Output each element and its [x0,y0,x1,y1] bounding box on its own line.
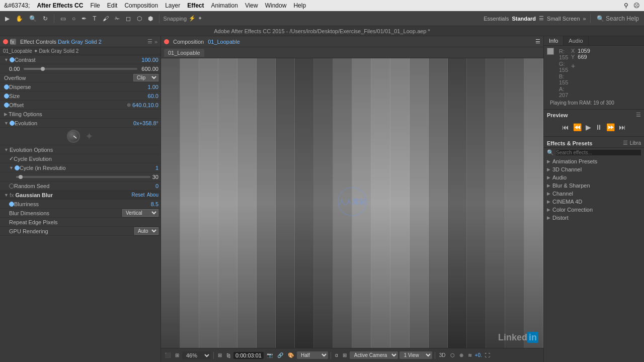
slider-contrast[interactable] [24,68,137,70]
overlay-btn[interactable]: ⊕ [458,351,465,359]
apple-menu[interactable]: &#63743; [4,2,30,9]
param-gpu-rendering[interactable]: GPU Rendering AutoCPUGPU [0,227,160,236]
menu-view[interactable]: View [245,2,258,9]
value-cycle-rev[interactable]: 1 [155,165,158,171]
expand-arrow-gaussian[interactable]: ▼ [4,193,9,198]
comp-snap-btn[interactable]: ⧎ [225,351,232,359]
menu-composition[interactable]: Composition [124,2,158,9]
tab-info[interactable]: Info [544,36,564,45]
workspace-expand-icon[interactable]: » [583,16,586,22]
ep-category-animation-presets[interactable]: ▶ Animation Presets [544,157,644,165]
stopwatch-offset[interactable] [4,103,9,108]
preview-stop-btn[interactable]: ⏸ [594,122,603,132]
ep-category-blur-sharpen[interactable]: ▶ Blur & Sharpen [544,182,644,190]
ep-category-channel[interactable]: ▶ Channel [544,190,644,198]
render-btn[interactable]: ⬡ [449,351,456,359]
preview-menu-icon[interactable]: ☰ [636,112,641,118]
workspace-essentials[interactable]: Essentials [484,16,509,22]
brush-tool[interactable]: 🖌 [101,14,111,23]
eraser-tool[interactable]: ◻ [124,14,133,23]
param-cycle-slider[interactable]: 30 [0,172,160,182]
zoom-tool[interactable]: 🔍 [27,14,39,23]
preview-step-fwd-btn[interactable]: ⏩ [605,122,616,132]
menu-edit[interactable]: Edit [107,2,118,9]
select-gpu-rendering[interactable]: AutoCPUGPU [134,227,158,235]
clone-tool[interactable]: ✁ [113,14,122,23]
select-blur-dimensions[interactable]: VerticalHorizontalAll [122,209,158,217]
link-btn[interactable]: 🔗 [276,351,285,359]
panel-menu-icon[interactable]: ☰ [147,38,152,45]
comp-close-btn[interactable] [164,39,169,44]
expand-arrow[interactable]: ▼ [4,57,9,62]
menu-window[interactable]: Window [265,2,287,9]
value-random-seed[interactable]: 0 [155,183,158,189]
checkbox-cycle-evo[interactable]: ✓ [9,155,14,162]
menu-help[interactable]: Help [293,2,306,9]
3d-btn[interactable]: 3D [438,351,447,359]
param-gaussian-blur-header[interactable]: ▼ fx Gaussian Blur Reset Abou [0,191,160,200]
preview-play-btn[interactable]: ▶ [585,122,592,132]
param-disperse[interactable]: Disperse 1.00 [0,82,160,92]
close-button[interactable] [3,39,8,44]
timecode-display[interactable]: 0:00:03:01 [233,352,264,359]
param-size[interactable]: Size 60.0 [0,92,160,101]
reset-gaussian[interactable]: Reset [132,192,145,198]
param-evolution[interactable]: ▼ Evolution 0x+358.8° [0,119,160,128]
slider-cycle[interactable] [16,176,150,178]
shape-rect-tool[interactable]: ▭ [58,14,68,23]
param-contrast-slider[interactable]: 0.00 600.00 [0,64,160,73]
param-tiling-options[interactable]: ▶ Tiling Options [0,110,160,119]
puppet-tool[interactable]: ⬢ [146,14,155,23]
hand-tool[interactable]: ✋ [14,14,25,23]
snapping-control[interactable]: Snapping ⚡ ✦ [164,15,203,22]
view-select[interactable]: 1 View2 Views [399,351,432,359]
ep-category-3d-channel[interactable]: ▶ 3D Channel [544,165,644,173]
stopwatch-random-seed[interactable] [9,184,14,189]
expand-arrow-evolution[interactable]: ▼ [4,121,9,126]
grid3-btn[interactable]: ⊞ [341,351,348,359]
workspace-small-screen[interactable]: Small Screen [547,16,580,22]
menu-effect[interactable]: Effect [187,2,204,9]
comp-preview-btn[interactable]: ⬛ [163,351,172,359]
comp-grid2-btn[interactable]: ⊞ [216,351,223,359]
value-size[interactable]: 60.0 [148,93,158,99]
stopwatch-size[interactable] [4,94,9,99]
motion-btn[interactable]: ≋ [466,351,473,359]
menu-animation[interactable]: Animation [211,2,238,9]
preview-step-back-btn[interactable]: ⏪ [572,122,583,132]
param-blurriness[interactable]: Blurriness 8.5 [0,200,160,209]
ep-category-cinema4d[interactable]: ▶ CINEMA 4D [544,198,644,206]
ep-category-audio[interactable]: ▶ Audio [544,173,644,182]
param-offset[interactable]: Offset ⊕ 640.0,10.0 [0,101,160,110]
comp-grid-btn[interactable]: ⊞ [174,351,181,359]
rotate-tool[interactable]: ↻ [41,14,50,23]
param-repeat-edge[interactable]: Repeat Edge Pixels [0,218,160,227]
preview-last-btn[interactable]: ⏭ [618,122,627,132]
shape-ellipse-tool[interactable]: ○ [70,14,77,23]
comp-full-btn[interactable]: ⛶ [484,351,492,359]
camera-select[interactable]: Active Camera [350,351,398,359]
comp-tab-loopable[interactable]: 01_Loopable [164,49,204,57]
ep-category-distort[interactable]: ▶ Distort [544,214,644,222]
param-cycle-revolution[interactable]: ▼ Cycle (in Revolutio 1 [0,163,160,172]
expand-arrow-evo-opts[interactable]: ▼ [4,147,9,152]
effects-search-input[interactable] [556,150,641,155]
value-evolution[interactable]: 0x+358.8° [133,120,158,126]
expand-arrow-cycle-rev[interactable]: ▼ [9,165,14,170]
search-help-button[interactable]: 🔍 Search Help [595,14,641,23]
value-disperse[interactable]: 1.00 [148,84,158,90]
knob-evolution[interactable] [67,130,80,143]
text-tool[interactable]: T [91,14,98,23]
slider-thumb-contrast[interactable] [41,67,45,71]
stopwatch-cycle-rev[interactable] [15,165,20,170]
expand-arrow-tiling[interactable]: ▶ [4,112,8,117]
preview-first-btn[interactable]: ⏮ [561,122,570,132]
about-gaussian[interactable]: Abou [147,192,158,198]
value-contrast[interactable]: 100.00 [141,57,158,63]
ep-category-color-correction[interactable]: ▶ Color Correction [544,206,644,214]
ep-menu-icon[interactable]: ☰ [623,140,628,146]
workspace-menu-icon[interactable]: ☰ [539,15,544,22]
ep-tab-libra[interactable]: Libra [630,140,641,146]
param-cycle-evolution[interactable]: ✓ Cycle Evolution [0,154,160,163]
param-contrast[interactable]: ▼ Contrast 100.00 [0,55,160,64]
